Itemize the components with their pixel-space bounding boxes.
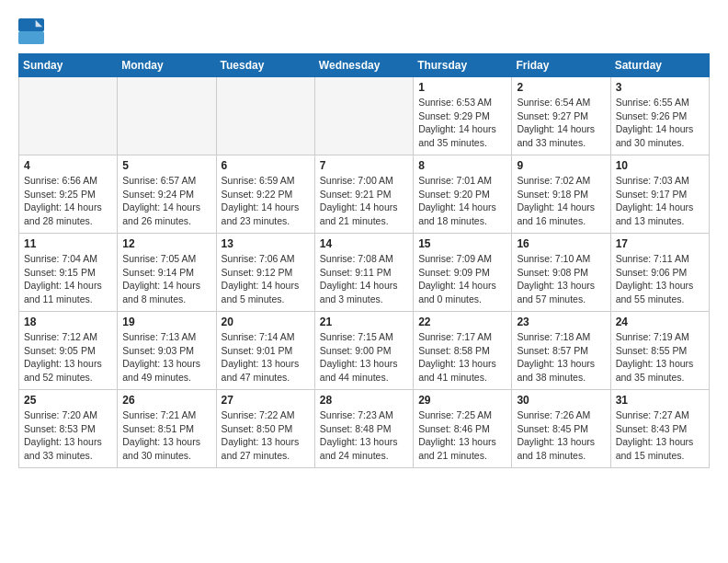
calendar-cell: 14Sunrise: 7:08 AMSunset: 9:11 PMDayligh… <box>314 234 413 312</box>
calendar-cell: 9Sunrise: 7:02 AMSunset: 9:18 PMDaylight… <box>512 155 610 234</box>
logo <box>18 18 48 44</box>
day-number: 17 <box>616 237 704 250</box>
calendar-week-row: 25Sunrise: 7:20 AMSunset: 8:53 PMDayligh… <box>19 390 710 468</box>
day-info: Sunrise: 7:22 AMSunset: 8:50 PMDaylight:… <box>222 408 310 463</box>
weekday-header: Thursday <box>414 54 512 77</box>
weekday-header: Saturday <box>610 54 709 77</box>
calendar-cell <box>314 77 413 155</box>
calendar-cell: 3Sunrise: 6:55 AMSunset: 9:26 PMDaylight… <box>610 77 709 155</box>
day-number: 21 <box>320 316 408 328</box>
logo-icon <box>18 18 44 44</box>
calendar-week-row: 18Sunrise: 7:12 AMSunset: 9:05 PMDayligh… <box>19 312 710 390</box>
day-info: Sunrise: 7:10 AMSunset: 9:08 PMDaylight:… <box>517 252 605 306</box>
calendar-header-row: SundayMondayTuesdayWednesdayThursdayFrid… <box>19 54 710 77</box>
day-info: Sunrise: 7:11 AMSunset: 9:06 PMDaylight:… <box>616 252 704 306</box>
day-number: 1 <box>418 81 506 94</box>
day-number: 5 <box>122 159 210 172</box>
day-info: Sunrise: 7:21 AMSunset: 8:51 PMDaylight:… <box>122 408 210 463</box>
day-info: Sunrise: 7:26 AMSunset: 8:45 PMDaylight:… <box>517 408 605 463</box>
day-info: Sunrise: 7:01 AMSunset: 9:20 PMDaylight:… <box>418 174 506 228</box>
day-number: 25 <box>24 394 112 407</box>
day-number: 15 <box>418 237 506 250</box>
day-info: Sunrise: 6:55 AMSunset: 9:26 PMDaylight:… <box>616 96 704 150</box>
calendar-cell: 13Sunrise: 7:06 AMSunset: 9:12 PMDayligh… <box>216 234 314 312</box>
calendar-cell: 4Sunrise: 6:56 AMSunset: 9:25 PMDaylight… <box>19 155 118 234</box>
calendar-cell <box>19 77 118 155</box>
weekday-header: Tuesday <box>216 54 314 77</box>
calendar-cell: 18Sunrise: 7:12 AMSunset: 9:05 PMDayligh… <box>19 312 118 390</box>
calendar-cell: 22Sunrise: 7:17 AMSunset: 8:58 PMDayligh… <box>414 312 512 390</box>
calendar-cell: 16Sunrise: 7:10 AMSunset: 9:08 PMDayligh… <box>512 234 610 312</box>
calendar-cell: 27Sunrise: 7:22 AMSunset: 8:50 PMDayligh… <box>216 390 314 468</box>
calendar-cell: 11Sunrise: 7:04 AMSunset: 9:15 PMDayligh… <box>19 234 118 312</box>
day-number: 16 <box>517 237 605 250</box>
day-info: Sunrise: 7:00 AMSunset: 9:21 PMDaylight:… <box>320 174 408 228</box>
calendar-body: 1Sunrise: 6:53 AMSunset: 9:29 PMDaylight… <box>19 77 710 468</box>
weekday-header: Wednesday <box>314 54 413 77</box>
calendar-cell: 20Sunrise: 7:14 AMSunset: 9:01 PMDayligh… <box>216 312 314 390</box>
calendar-cell: 23Sunrise: 7:18 AMSunset: 8:57 PMDayligh… <box>512 312 610 390</box>
calendar-cell: 31Sunrise: 7:27 AMSunset: 8:43 PMDayligh… <box>610 390 709 468</box>
day-info: Sunrise: 6:56 AMSunset: 9:25 PMDaylight:… <box>24 174 112 228</box>
day-number: 20 <box>222 316 310 328</box>
day-number: 22 <box>418 316 506 328</box>
calendar-cell: 17Sunrise: 7:11 AMSunset: 9:06 PMDayligh… <box>610 234 709 312</box>
day-number: 30 <box>517 394 605 407</box>
calendar: SundayMondayTuesdayWednesdayThursdayFrid… <box>18 53 710 468</box>
day-info: Sunrise: 7:12 AMSunset: 9:05 PMDaylight:… <box>24 330 112 385</box>
day-number: 18 <box>24 316 112 328</box>
day-info: Sunrise: 7:08 AMSunset: 9:11 PMDaylight:… <box>320 252 408 306</box>
calendar-cell: 2Sunrise: 6:54 AMSunset: 9:27 PMDaylight… <box>512 77 610 155</box>
day-info: Sunrise: 7:19 AMSunset: 8:55 PMDaylight:… <box>616 330 704 385</box>
page-header <box>18 18 710 44</box>
calendar-cell: 1Sunrise: 6:53 AMSunset: 9:29 PMDaylight… <box>414 77 512 155</box>
day-number: 29 <box>418 394 506 407</box>
calendar-cell: 26Sunrise: 7:21 AMSunset: 8:51 PMDayligh… <box>118 390 216 468</box>
calendar-cell: 6Sunrise: 6:59 AMSunset: 9:22 PMDaylight… <box>216 155 314 234</box>
calendar-cell: 5Sunrise: 6:57 AMSunset: 9:24 PMDaylight… <box>118 155 216 234</box>
calendar-week-row: 11Sunrise: 7:04 AMSunset: 9:15 PMDayligh… <box>19 234 710 312</box>
day-info: Sunrise: 6:54 AMSunset: 9:27 PMDaylight:… <box>517 96 605 150</box>
calendar-cell: 12Sunrise: 7:05 AMSunset: 9:14 PMDayligh… <box>118 234 216 312</box>
day-number: 8 <box>418 159 506 172</box>
day-number: 26 <box>122 394 210 407</box>
weekday-header: Monday <box>118 54 216 77</box>
calendar-cell: 21Sunrise: 7:15 AMSunset: 9:00 PMDayligh… <box>314 312 413 390</box>
calendar-cell <box>216 77 314 155</box>
day-info: Sunrise: 7:27 AMSunset: 8:43 PMDaylight:… <box>616 408 704 463</box>
calendar-cell: 15Sunrise: 7:09 AMSunset: 9:09 PMDayligh… <box>414 234 512 312</box>
svg-rect-1 <box>18 31 44 44</box>
calendar-cell: 10Sunrise: 7:03 AMSunset: 9:17 PMDayligh… <box>610 155 709 234</box>
day-info: Sunrise: 7:25 AMSunset: 8:46 PMDaylight:… <box>418 408 506 463</box>
day-number: 19 <box>122 316 210 328</box>
day-number: 23 <box>517 316 605 328</box>
day-info: Sunrise: 7:09 AMSunset: 9:09 PMDaylight:… <box>418 252 506 306</box>
day-info: Sunrise: 6:53 AMSunset: 9:29 PMDaylight:… <box>418 96 506 150</box>
day-info: Sunrise: 7:20 AMSunset: 8:53 PMDaylight:… <box>24 408 112 463</box>
day-number: 4 <box>24 159 112 172</box>
day-info: Sunrise: 7:03 AMSunset: 9:17 PMDaylight:… <box>616 174 704 228</box>
day-number: 6 <box>222 159 310 172</box>
calendar-cell: 19Sunrise: 7:13 AMSunset: 9:03 PMDayligh… <box>118 312 216 390</box>
weekday-header: Sunday <box>19 54 118 77</box>
day-number: 3 <box>616 81 704 94</box>
day-number: 12 <box>122 237 210 250</box>
day-number: 24 <box>616 316 704 328</box>
calendar-cell: 8Sunrise: 7:01 AMSunset: 9:20 PMDaylight… <box>414 155 512 234</box>
day-info: Sunrise: 7:04 AMSunset: 9:15 PMDaylight:… <box>24 252 112 306</box>
day-info: Sunrise: 7:05 AMSunset: 9:14 PMDaylight:… <box>122 252 210 306</box>
day-info: Sunrise: 6:57 AMSunset: 9:24 PMDaylight:… <box>122 174 210 228</box>
day-number: 27 <box>222 394 310 407</box>
day-info: Sunrise: 7:17 AMSunset: 8:58 PMDaylight:… <box>418 330 506 385</box>
day-info: Sunrise: 7:15 AMSunset: 9:00 PMDaylight:… <box>320 330 408 385</box>
day-number: 31 <box>616 394 704 407</box>
day-number: 9 <box>517 159 605 172</box>
day-info: Sunrise: 7:23 AMSunset: 8:48 PMDaylight:… <box>320 408 408 463</box>
calendar-cell: 28Sunrise: 7:23 AMSunset: 8:48 PMDayligh… <box>314 390 413 468</box>
day-info: Sunrise: 7:14 AMSunset: 9:01 PMDaylight:… <box>222 330 310 385</box>
calendar-cell: 7Sunrise: 7:00 AMSunset: 9:21 PMDaylight… <box>314 155 413 234</box>
day-info: Sunrise: 7:02 AMSunset: 9:18 PMDaylight:… <box>517 174 605 228</box>
day-number: 2 <box>517 81 605 94</box>
calendar-week-row: 4Sunrise: 6:56 AMSunset: 9:25 PMDaylight… <box>19 155 710 234</box>
day-number: 13 <box>222 237 310 250</box>
